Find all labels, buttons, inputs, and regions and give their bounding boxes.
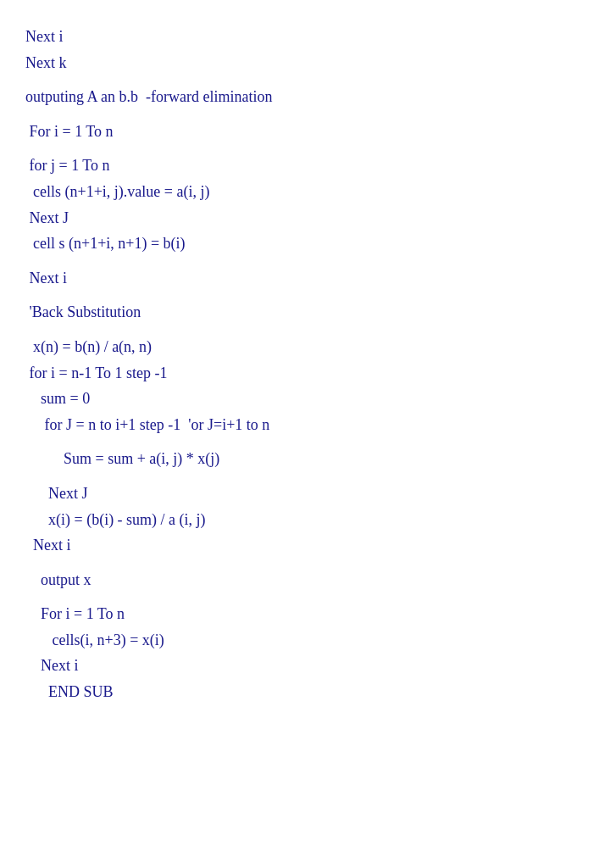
- code-line: Next i: [25, 265, 576, 292]
- spacer-line: [25, 75, 576, 84]
- code-line: for i = n-1 To 1 step -1: [25, 360, 576, 387]
- code-line: Next i: [25, 653, 576, 679]
- code-line: output x: [25, 567, 576, 593]
- code-line: for J = n to i+1 step -1 'or J=i+1 to n: [25, 412, 576, 438]
- code-line: Sum = sum + a(i, j) * x(j): [25, 446, 576, 472]
- code-line: Next J: [25, 481, 576, 507]
- page: Next iNext koutputing A an b.b -forward …: [0, 0, 610, 868]
- code-line: x(i) = (b(i) - sum) / a (i, j): [25, 507, 576, 533]
- code-line: Next i: [25, 24, 576, 50]
- spacer-line: [25, 559, 576, 567]
- spacer-line: [25, 593, 576, 601]
- code-line: Next J: [25, 205, 576, 231]
- code-line: cell s (n+1+i, n+1) = b(i): [25, 231, 576, 257]
- spacer-line: [25, 326, 576, 334]
- spacer-line: [25, 144, 576, 153]
- spacer-line: [25, 110, 576, 119]
- code-block: Next iNext koutputing A an b.b -forward …: [25, 17, 576, 712]
- code-line: outputing A an b.b -forward elimination: [25, 84, 576, 110]
- spacer-line: [25, 291, 576, 299]
- code-line: cells(i, n+3) = x(i): [25, 627, 576, 654]
- code-line: cells (n+1+i, j).value = a(i, j): [25, 179, 576, 205]
- code-line: Next k: [25, 50, 576, 76]
- code-line: END SUB: [25, 679, 576, 705]
- code-line: 'Back Substitution: [25, 299, 576, 326]
- code-line: x(n) = b(n) / a(n, n): [25, 334, 576, 360]
- code-line: Next i: [25, 532, 576, 559]
- spacer-line: [25, 257, 576, 265]
- code-line: for j = 1 To n: [25, 153, 576, 179]
- spacer-line: [25, 472, 576, 481]
- code-line: For i = 1 To n: [25, 601, 576, 627]
- code-line: For i = 1 To n: [25, 119, 576, 145]
- code-line: sum = 0: [25, 386, 576, 412]
- spacer-line: [25, 437, 576, 446]
